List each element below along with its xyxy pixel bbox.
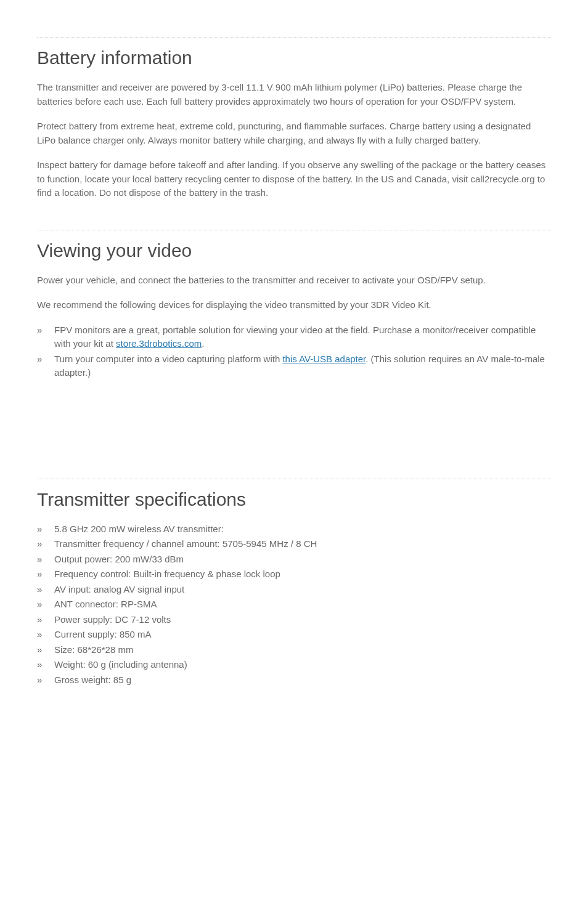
viewing-bullet-2-pre: Turn your computer into a video capturin… bbox=[54, 354, 282, 364]
heading-battery: Battery information bbox=[37, 47, 551, 68]
section-battery: Battery information The transmitter and … bbox=[37, 47, 551, 200]
heading-transmitter: Transmitter specifications bbox=[37, 489, 551, 510]
spec-item: Transmitter frequency / channel amount: … bbox=[37, 537, 551, 551]
spec-item: AV input: analog AV signal input bbox=[37, 583, 551, 597]
spec-item: Gross weight: 85 g bbox=[37, 673, 551, 687]
section-divider bbox=[37, 479, 551, 479]
spec-item: Power supply: DC 7-12 volts bbox=[37, 613, 551, 627]
battery-para-1: The transmitter and receiver are powered… bbox=[37, 81, 551, 108]
spec-item: Size: 68*26*28 mm bbox=[37, 643, 551, 657]
heading-viewing: Viewing your video bbox=[37, 240, 551, 261]
section-divider bbox=[37, 230, 551, 230]
spec-item: Frequency control: Built-in frequency & … bbox=[37, 567, 551, 582]
battery-para-2: Protect battery from extreme heat, extre… bbox=[37, 120, 551, 147]
battery-para-3: Inspect battery for damage before takeof… bbox=[37, 158, 551, 200]
spec-item: ANT connector: RP-SMA bbox=[37, 598, 551, 612]
section-transmitter: Transmitter specifications 5.8 GHz 200 m… bbox=[37, 489, 551, 687]
spec-item: 5.8 GHz 200 mW wireless AV transmitter: bbox=[37, 522, 551, 537]
section-divider bbox=[37, 37, 551, 38]
spec-item: Current supply: 850 mA bbox=[37, 628, 551, 642]
viewing-bullet-1: FPV monitors are a great, portable solut… bbox=[37, 323, 551, 351]
section-viewing: Viewing your video Power your vehicle, a… bbox=[37, 240, 551, 380]
spec-item: Output power: 200 mW/33 dBm bbox=[37, 553, 551, 567]
transmitter-spec-list: 5.8 GHz 200 mW wireless AV transmitter: … bbox=[37, 522, 551, 687]
viewing-list: FPV monitors are a great, portable solut… bbox=[37, 323, 551, 380]
viewing-para-1: Power your vehicle, and connect the batt… bbox=[37, 274, 551, 288]
spec-item: Weight: 60 g (including antenna) bbox=[37, 658, 551, 672]
viewing-bullet-1-post: . bbox=[202, 338, 204, 349]
viewing-para-2: We recommend the following devices for d… bbox=[37, 298, 551, 312]
link-store[interactable]: store.3drobotics.com bbox=[116, 338, 202, 349]
viewing-bullet-2: Turn your computer into a video capturin… bbox=[37, 352, 551, 380]
link-adapter[interactable]: this AV-USB adapter bbox=[282, 354, 365, 364]
